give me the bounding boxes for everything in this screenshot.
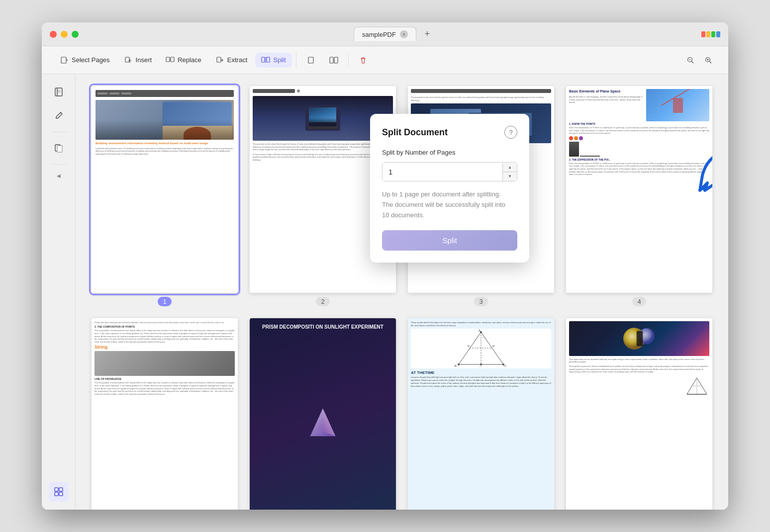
split-dialog: Split Document ? Split by Number of Page… [370,114,529,263]
svg-rect-6 [171,57,174,62]
zoom-in-button[interactable] [700,52,716,68]
replace-icon [166,56,175,65]
toolbar-separator-2 [348,53,349,67]
extract-button[interactable]: Extract [209,53,253,68]
split-icon [261,56,270,65]
pages-area[interactable]: Building environment information modelin… [76,74,728,510]
main-area: ◀ [42,74,728,510]
svg-point-38 [458,363,460,365]
svg-text:M: M [492,345,494,348]
sidebar-collapse-button[interactable]: ◀ [54,171,64,180]
svg-rect-5 [166,57,170,62]
view-single-icon [306,56,315,65]
select-pages-button[interactable]: Select Pages [54,53,116,68]
svg-line-34 [459,332,481,364]
page-thumb-8[interactable]: This experiment can be repeated endlessl… [566,318,712,510]
svg-line-55 [697,378,707,394]
page7-diagram: A B C M M M [411,329,551,368]
svg-line-35 [481,332,503,364]
dialog-desc-line3: 10 documents. [382,211,424,219]
page7-title: AT THETIME [411,370,551,375]
replace-button[interactable]: Replace [160,53,207,68]
svg-rect-9 [267,57,270,62]
insert-icon [124,56,133,65]
page-thumb-7[interactable]: These studies laid the foundation for th… [408,318,554,510]
svg-rect-2 [125,57,129,62]
tab-close-button[interactable]: × [400,30,408,38]
page-item-6: PRISM DECOMPOSITI ON SUNLIGHT EXPERIMENT [250,318,396,510]
title-bar: samplePDF × + [42,22,728,46]
dialog-header: Split Document ? [382,126,517,139]
select-pages-icon [60,56,69,65]
split-label: Split [273,56,286,64]
svg-rect-7 [217,57,221,62]
svg-rect-13 [334,57,338,63]
page-item-4: Basic Elements of Plane Space Any all el… [566,86,712,306]
page-thumb-4[interactable]: Basic Elements of Plane Space Any all el… [566,86,712,293]
sidebar-icon-pages[interactable] [49,138,69,158]
svg-rect-29 [55,492,58,496]
page-item-7: These studies laid the foundation for th… [408,318,554,510]
active-tab[interactable]: samplePDF × [354,27,416,41]
svg-rect-0 [61,57,66,63]
page6-prism [308,406,338,436]
svg-rect-11 [308,57,313,63]
left-sidebar: ◀ [42,74,76,510]
spinner-up-button[interactable]: ▲ [503,163,517,172]
page-thumb-6[interactable]: PRISM DECOMPOSITI ON SUNLIGHT EXPERIMENT [250,318,396,510]
svg-rect-30 [59,492,63,496]
insert-label: Insert [136,56,152,64]
zoom-out-button[interactable] [682,52,698,68]
svg-rect-28 [59,488,63,491]
page-item-5: Points also have dominant and recessive … [92,318,238,510]
pages-number-input[interactable] [383,163,502,181]
sidebar-divider [51,132,67,132]
sidebar-icon-pen[interactable] [49,106,69,126]
svg-rect-27 [55,488,58,491]
dialog-help-button[interactable]: ? [504,126,517,139]
spinner-down-button[interactable]: ▼ [503,172,517,181]
title-bar-center: samplePDF × + [87,27,701,41]
maximize-button[interactable] [72,31,79,38]
sidebar-icon-book[interactable] [49,82,69,102]
extract-label: Extract [227,56,247,64]
new-tab-button[interactable]: + [420,27,434,41]
view-double-button[interactable] [323,53,344,68]
svg-line-18 [710,61,712,63]
svg-text:M: M [468,345,470,348]
svg-text:C: C [504,364,507,367]
page-item-1: Building environment information modelin… [92,86,238,306]
insert-button[interactable]: Insert [118,53,158,68]
svg-rect-26 [57,146,62,152]
split-confirm-button[interactable]: Split [382,230,517,251]
sidebar-divider-2 [51,164,67,165]
svg-rect-8 [262,57,265,62]
minimize-button[interactable] [61,31,68,38]
split-button[interactable]: Split [255,53,291,68]
toolbar-right [682,52,716,68]
page-thumb-1[interactable]: Building environment information modelin… [92,86,238,293]
page-thumb-5[interactable]: Points also have dominant and recessive … [92,318,238,510]
sidebar-icon-thumbnails[interactable] [49,482,69,502]
select-pages-label: Select Pages [72,56,110,64]
dialog-desc-line1: Up to 1 page per document after splittin… [382,190,500,198]
title-bar-right [701,31,720,37]
number-input-container: ▲ ▼ [382,162,517,181]
svg-rect-12 [330,57,333,63]
extract-icon [215,56,224,65]
toolbar-separator-1 [296,53,296,67]
page-number-3: 3 [474,297,487,306]
view-double-icon [329,56,338,65]
tab-label: samplePDF [362,31,396,38]
page5-title: String [95,345,235,350]
dialog-desc-line2: The document will be successfully split … [382,201,505,208]
toolbar: Select Pages Insert Replace [42,46,728,74]
close-button[interactable] [50,31,57,38]
delete-button[interactable] [353,53,374,68]
view-single-button[interactable] [300,53,321,68]
app-window: samplePDF × + Select Pages [42,22,728,510]
svg-line-54 [687,378,697,394]
svg-text:B: B [455,364,457,367]
page-number-4: 4 [632,297,646,306]
page-number-1: 1 [158,297,171,306]
